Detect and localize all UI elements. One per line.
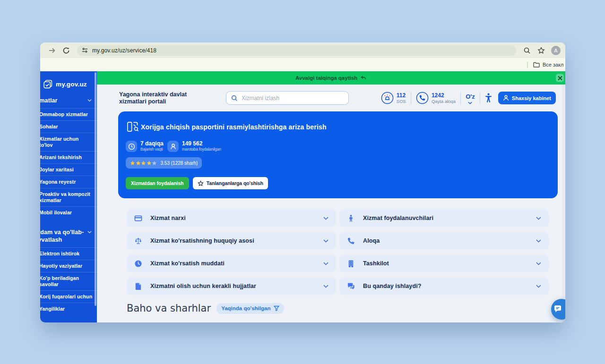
sidebar-item[interactable]: Sohalar — [40, 120, 97, 133]
sidebar-item-label: Yagona reyestr — [40, 176, 97, 188]
logo-icon — [43, 79, 53, 89]
service-card: Xorijga chiqish pasportini rasmiylashtir… — [118, 111, 558, 198]
browser-window: my.gov.uz/uz/service/418 A Все закл my.g… — [40, 42, 565, 322]
accordion-label: Xizmat foydalanuvchilari — [363, 215, 433, 221]
language-selector[interactable]: O'z — [466, 92, 475, 104]
sidebar-item-label: Joylar xaritasi — [40, 164, 97, 176]
bookmark-star-icon[interactable] — [537, 47, 545, 54]
accessibility-icon[interactable] — [485, 93, 492, 103]
close-icon — [558, 76, 562, 80]
building-icon — [347, 260, 355, 268]
user-count-icon — [167, 141, 179, 152]
version-banner: Avvalgi talqinga qaytish — [97, 71, 565, 85]
accordion-row[interactable]: Tashkilot — [339, 254, 549, 272]
sidebar-item-label: Yordam va qo'llab- quvvatlash — [40, 225, 97, 247]
personal-cabinet-button[interactable]: Shaxsiy kabinet — [498, 92, 556, 104]
banner-text[interactable]: Avvalgi talqinga qaytish — [295, 75, 357, 81]
chevron-down-icon — [536, 239, 541, 243]
undo-icon — [360, 75, 367, 81]
sidebar-item[interactable]: Yangiliklar — [40, 303, 97, 315]
duration-label: Bajarish vaqti — [140, 147, 164, 152]
chevron-down-icon — [536, 285, 541, 288]
chevron-down-icon — [323, 217, 328, 220]
chevron-down-icon — [323, 239, 328, 243]
accordion-label: Tashkilot — [363, 260, 389, 267]
sidebar-item[interactable]: Hayotiy vaziyatlar — [40, 260, 97, 272]
accordion-row[interactable]: Xizmat narxi — [127, 209, 336, 227]
usage-value: 149 562 — [182, 140, 221, 147]
chevron-down-icon — [468, 102, 472, 104]
reviews-title: Baho va sharhlar — [127, 303, 211, 314]
sidebar-item[interactable]: Xorij fuqarolari uchun — [40, 290, 97, 303]
sidebar-scrollbar[interactable] — [95, 72, 96, 306]
sidebar-item[interactable]: Yagona reyestr — [40, 176, 97, 188]
sidebar-item[interactable]: Xizmatlar uchun to'lov — [40, 133, 97, 151]
browser-toolbar: my.gov.uz/uz/service/418 A — [40, 42, 565, 58]
logo-text: my.gov.uz — [56, 81, 87, 88]
zoom-icon[interactable] — [523, 47, 531, 54]
sidebar-item[interactable]: Proaktiv va kompozit xizmatlar — [40, 188, 97, 206]
add-favorites-label: Tanlanganlarga qo'shish — [207, 180, 263, 186]
clock-icon — [126, 141, 137, 152]
chevron-down-icon — [87, 230, 92, 234]
reviews-filter-chip[interactable]: Yaqinda qo'shilgan — [216, 303, 284, 314]
sos-icon — [381, 92, 394, 104]
sidebar-item[interactable]: Xizmatlar — [40, 93, 97, 108]
star-filled-icon — [136, 161, 141, 166]
rating-badge[interactable]: 3.53 (1228 sharh) — [126, 157, 202, 169]
site-logo[interactable]: my.gov.uz — [43, 79, 97, 89]
accordion-label: Xizmatni olish uchun kerakli hujjatlar — [150, 283, 256, 289]
divider — [460, 92, 461, 104]
rating-text: 3.53 (1228 sharh) — [161, 161, 198, 166]
star-filled-icon — [147, 161, 152, 166]
sidebar-item-label: Ommabop xizmatlar — [40, 109, 97, 120]
phone-icon — [416, 92, 429, 104]
sidebar-item[interactable]: Yordam va qo'llab- quvvatlash — [40, 225, 97, 247]
accordion-row[interactable]: Bu qanday ishlaydi? — [339, 277, 549, 295]
sidebar-item[interactable]: Mobil ilovalar — [40, 206, 97, 219]
url-bar[interactable]: my.gov.uz/uz/service/418 — [77, 45, 516, 56]
chat-icon — [553, 305, 562, 313]
sidebar-item-label: Proaktiv va kompozit xizmatlar — [40, 188, 97, 206]
page-scrollbar[interactable] — [562, 85, 565, 322]
sidebar-item-label: Elektron ishtirok — [40, 248, 97, 260]
accordion-label: Aloqa — [363, 237, 380, 244]
star-filled-icon — [141, 161, 146, 166]
accordion-row[interactable]: Xizmat ko'rsatishning huquqiy asosi — [127, 232, 336, 250]
clock-icon — [134, 260, 142, 268]
folder-icon[interactable] — [533, 61, 540, 68]
star-filled-icon — [130, 161, 135, 166]
use-service-button[interactable]: Xizmatdan foydalanish — [126, 177, 189, 189]
accordion-row[interactable]: Xizmat ko'rsatish muddati — [127, 254, 336, 272]
accordion-row[interactable]: Xizmat foydalanuvchilari — [339, 209, 549, 227]
avatar[interactable]: A — [551, 46, 561, 55]
add-favorites-button[interactable]: Tanlanganlarga qo'shish — [193, 177, 268, 189]
site-info-icon[interactable] — [82, 47, 88, 53]
accordion-row[interactable]: Aloqa — [339, 232, 549, 250]
sidebar-item[interactable]: Elektron ishtirok — [40, 247, 97, 260]
duration-stat: 7 daqiqa Bajarish vaqti — [126, 141, 164, 152]
sidebar-item-label: Mobil ilovalar — [40, 207, 97, 219]
chevron-down-icon — [323, 285, 328, 288]
sidebar-item[interactable]: Ommabop xizmatlar — [40, 108, 97, 120]
search-input[interactable]: Xizmatni izlash — [226, 91, 349, 105]
accordion-row[interactable]: Xizmatni olish uchun kerakli hujjatlar — [127, 277, 336, 295]
personal-cabinet-label: Shaxsiy kabinet — [512, 95, 551, 101]
chat-fab-button[interactable] — [551, 299, 565, 320]
sos-contact[interactable]: 112 SOS — [381, 92, 406, 104]
reload-icon[interactable] — [62, 47, 70, 54]
sidebar-item[interactable]: Arizani tekshirish — [40, 151, 97, 163]
user-icon — [503, 95, 509, 101]
bookmarks-folder-label[interactable]: Все закл — [543, 62, 565, 68]
credit-card-icon — [134, 214, 142, 222]
forward-icon[interactable] — [48, 47, 56, 54]
callback-contact[interactable]: 1242 Qayta aloqa — [416, 92, 456, 104]
sidebar: my.gov.uz XizmatlarOmmabop xizmatlarSoha… — [40, 71, 97, 322]
sidebar-item[interactable]: Ko'p beriladigan savollar — [40, 272, 97, 290]
bookmarks-bar: Все закл — [40, 58, 565, 71]
sidebar-item[interactable]: Joylar xaritasi — [40, 163, 97, 176]
banner-close-button[interactable] — [556, 74, 564, 82]
sidebar-item-label: Ko'p beriladigan savollar — [40, 272, 97, 290]
sidebar-item-label: Xizmatlar uchun to'lov — [40, 133, 97, 151]
reviews-filter-label: Yaqinda qo'shilgan — [221, 305, 270, 311]
